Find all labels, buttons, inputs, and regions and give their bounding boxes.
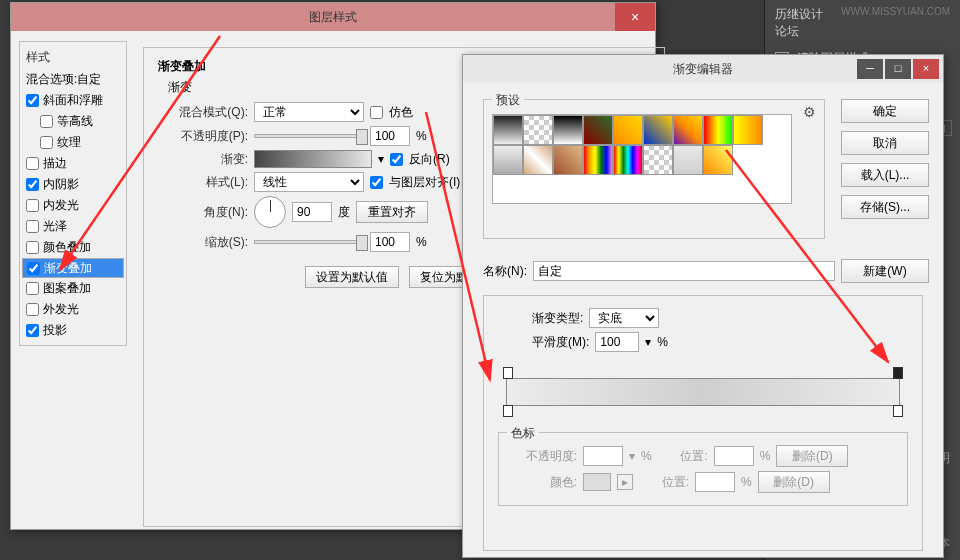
gradoverlay-checkbox[interactable] bbox=[27, 262, 40, 275]
color-stop-right[interactable] bbox=[893, 405, 903, 417]
ok-button[interactable]: 确定 bbox=[841, 99, 929, 123]
delete-opacity-stop-button: 删除(D) bbox=[776, 445, 848, 467]
style-label: 样式(L): bbox=[158, 174, 248, 191]
chevron-down-icon[interactable]: ▾ bbox=[378, 152, 384, 166]
scale-slider[interactable] bbox=[254, 240, 364, 244]
pct: % bbox=[741, 475, 752, 489]
minimize-icon[interactable]: ─ bbox=[857, 59, 883, 79]
opacity-pct: % bbox=[416, 129, 427, 143]
angle-input[interactable] bbox=[292, 202, 332, 222]
name-label: 名称(N): bbox=[483, 263, 527, 280]
smooth-input[interactable] bbox=[595, 332, 639, 352]
stroke-checkbox[interactable] bbox=[26, 157, 39, 170]
preset-swatch[interactable] bbox=[553, 145, 583, 175]
smooth-pct: % bbox=[657, 335, 668, 349]
stop-pos2-label: 位置: bbox=[639, 474, 689, 491]
sidebar-item-stroke[interactable]: 描边 bbox=[22, 153, 124, 174]
innershadow-checkbox[interactable] bbox=[26, 178, 39, 191]
gradient-bar[interactable] bbox=[506, 378, 900, 406]
innerglow-checkbox[interactable] bbox=[26, 199, 39, 212]
sidebar-item-texture[interactable]: 纹理 bbox=[22, 132, 124, 153]
gradient-preview[interactable] bbox=[254, 150, 372, 168]
preset-swatch[interactable] bbox=[583, 115, 613, 145]
sidebar-item-bevel[interactable]: 斜面和浮雕 bbox=[22, 90, 124, 111]
gradient-editor-title: 渐变编辑器 bbox=[673, 61, 733, 78]
sidebar-item-contour[interactable]: 等高线 bbox=[22, 111, 124, 132]
gear-icon[interactable]: ⚙ bbox=[803, 104, 816, 120]
sidebar-item-innerglow[interactable]: 内发光 bbox=[22, 195, 124, 216]
align-checkbox[interactable] bbox=[370, 176, 383, 189]
gradient-settings-group: 渐变类型: 实底 平滑度(M): ▾ % 色标 不透明度: ▾% 位置: % 删… bbox=[483, 295, 923, 551]
preset-swatch[interactable] bbox=[553, 115, 583, 145]
preset-swatch[interactable] bbox=[733, 115, 763, 145]
opacity-slider[interactable] bbox=[254, 134, 364, 138]
dither-checkbox[interactable] bbox=[370, 106, 383, 119]
preset-swatch[interactable] bbox=[583, 145, 613, 175]
contour-checkbox[interactable] bbox=[40, 115, 53, 128]
preset-swatch[interactable] bbox=[643, 145, 673, 175]
sidebar-item-gradoverlay[interactable]: 渐变叠加 bbox=[22, 258, 124, 278]
style-select[interactable]: 线性 bbox=[254, 172, 364, 192]
preset-swatch[interactable] bbox=[523, 145, 553, 175]
preset-swatch[interactable] bbox=[613, 115, 643, 145]
preset-swatch[interactable] bbox=[673, 145, 703, 175]
pattern-checkbox[interactable] bbox=[26, 282, 39, 295]
color-stop-left[interactable] bbox=[503, 405, 513, 417]
opacity-stop-right[interactable] bbox=[893, 367, 903, 379]
scale-input[interactable] bbox=[370, 232, 410, 252]
preset-swatch[interactable] bbox=[673, 115, 703, 145]
outerglow-checkbox[interactable] bbox=[26, 303, 39, 316]
preset-swatch[interactable] bbox=[703, 115, 733, 145]
save-button[interactable]: 存储(S)... bbox=[841, 195, 929, 219]
chevron-down-icon[interactable]: ▾ bbox=[645, 335, 651, 349]
stop-opacity-input bbox=[583, 446, 623, 466]
new-button[interactable]: 新建(W) bbox=[841, 259, 929, 283]
preset-swatch[interactable] bbox=[643, 115, 673, 145]
dropshadow-checkbox[interactable] bbox=[26, 324, 39, 337]
chevron-down-icon: ▾ bbox=[629, 449, 635, 463]
bevel-checkbox[interactable] bbox=[26, 94, 39, 107]
preset-swatch[interactable] bbox=[493, 115, 523, 145]
align-label: 与图层对齐(I) bbox=[389, 174, 460, 191]
load-button[interactable]: 载入(L)... bbox=[841, 163, 929, 187]
layer-style-titlebar[interactable]: 图层样式 × bbox=[11, 3, 655, 31]
angle-dial[interactable] bbox=[254, 196, 286, 228]
texture-checkbox[interactable] bbox=[40, 136, 53, 149]
coloroverlay-checkbox[interactable] bbox=[26, 241, 39, 254]
opacity-stop-left[interactable] bbox=[503, 367, 513, 379]
reverse-checkbox[interactable] bbox=[390, 153, 403, 166]
smooth-label: 平滑度(M): bbox=[532, 334, 589, 351]
close-icon[interactable]: × bbox=[615, 3, 655, 31]
maximize-icon[interactable]: □ bbox=[885, 59, 911, 79]
sidebar-item-pattern[interactable]: 图案叠加 bbox=[22, 278, 124, 299]
preset-grid[interactable] bbox=[492, 114, 792, 204]
sidebar-item-innershadow[interactable]: 内阴影 bbox=[22, 174, 124, 195]
gradient-editor-titlebar[interactable]: 渐变编辑器 ─ □ × bbox=[463, 55, 943, 83]
name-input[interactable] bbox=[533, 261, 835, 281]
reset-align-button[interactable]: 重置对齐 bbox=[356, 201, 428, 223]
sidebar-item-dropshadow[interactable]: 投影 bbox=[22, 320, 124, 341]
preset-swatch[interactable] bbox=[703, 145, 733, 175]
blend-options-item[interactable]: 混合选项:自定 bbox=[22, 69, 124, 90]
sidebar-item-coloroverlay[interactable]: 颜色叠加 bbox=[22, 237, 124, 258]
type-label: 渐变类型: bbox=[532, 310, 583, 327]
layer-style-title: 图层样式 bbox=[309, 9, 357, 26]
dither-label: 仿色 bbox=[389, 104, 413, 121]
stops-title: 色标 bbox=[507, 425, 539, 442]
set-default-button[interactable]: 设置为默认值 bbox=[305, 266, 399, 288]
sidebar-item-satin[interactable]: 光泽 bbox=[22, 216, 124, 237]
preset-swatch[interactable] bbox=[493, 145, 523, 175]
preset-swatch[interactable] bbox=[613, 145, 643, 175]
blend-mode-select[interactable]: 正常 bbox=[254, 102, 364, 122]
preset-swatch[interactable] bbox=[523, 115, 553, 145]
close-icon[interactable]: × bbox=[913, 59, 939, 79]
sidebar-item-outerglow[interactable]: 外发光 bbox=[22, 299, 124, 320]
gradient-label: 渐变: bbox=[158, 151, 248, 168]
opacity-input[interactable] bbox=[370, 126, 410, 146]
cancel-button[interactable]: 取消 bbox=[841, 131, 929, 155]
stop-color-label: 颜色: bbox=[507, 474, 577, 491]
angle-label: 角度(N): bbox=[158, 204, 248, 221]
type-select[interactable]: 实底 bbox=[589, 308, 659, 328]
stop-pos-label: 位置: bbox=[658, 448, 708, 465]
satin-checkbox[interactable] bbox=[26, 220, 39, 233]
